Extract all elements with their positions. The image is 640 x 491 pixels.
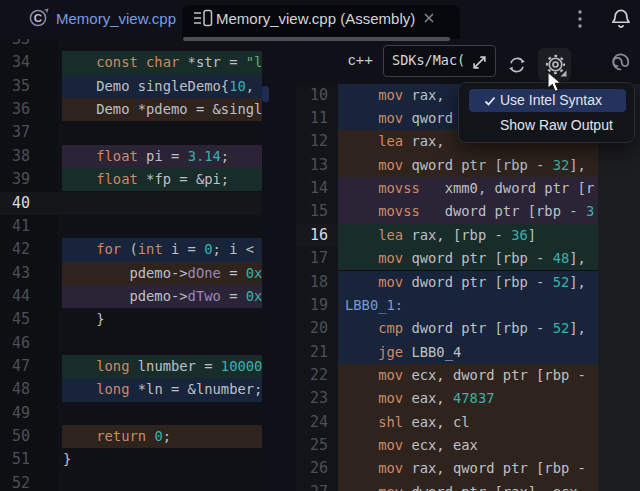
source-line[interactable]: 41 xyxy=(0,215,262,238)
breadcrumb-file[interactable]: Memory_view.cpp xyxy=(56,10,176,27)
source-line[interactable]: 39 float *fp = &pi; xyxy=(0,168,262,191)
assembly-line[interactable]: 21 jge LBB0_4 xyxy=(296,341,598,364)
line-number[interactable]: 49 xyxy=(12,402,30,425)
line-number[interactable]: 41 xyxy=(12,215,30,238)
assembly-line[interactable]: 24 shl eax, cl xyxy=(296,411,598,434)
line-number[interactable]: 40 xyxy=(12,192,30,215)
line-number[interactable]: 44 xyxy=(12,285,30,308)
line-number[interactable]: 45 xyxy=(12,308,30,331)
assembly-line[interactable]: 25 mov ecx, eax xyxy=(296,434,598,457)
line-number[interactable]: 23 xyxy=(310,387,328,410)
source-line[interactable]: 47 long lnumber = 100000 xyxy=(0,355,262,378)
line-number[interactable]: 20 xyxy=(310,317,328,340)
line-number[interactable]: 16 xyxy=(310,224,328,247)
line-number[interactable]: 18 xyxy=(310,271,328,294)
code-text: jge LBB0_4 xyxy=(345,341,461,364)
line-number[interactable]: 25 xyxy=(310,434,328,457)
line-number[interactable]: 36 xyxy=(12,98,30,121)
assembly-line[interactable]: 13 mov qword ptr [rbp - 32], xyxy=(296,154,598,177)
assembly-line[interactable]: 16 lea rax, [rbp - 36] xyxy=(296,224,598,247)
close-icon[interactable] xyxy=(423,12,435,24)
line-number[interactable]: 42 xyxy=(12,238,30,261)
sdk-selector[interactable]: SDKs/Mac( xyxy=(383,45,496,77)
source-line[interactable]: 50 return 0; xyxy=(0,425,262,448)
source-line[interactable]: 35 Demo singleDemo{10, xyxy=(0,75,262,98)
assembly-line[interactable]: 18 mov dword ptr [rbp - 52], xyxy=(296,271,598,294)
line-number[interactable]: 22 xyxy=(310,364,328,387)
line-number[interactable]: 43 xyxy=(12,262,30,285)
menu-item-show-raw-output[interactable]: Show Raw Output xyxy=(469,114,626,137)
app-window: 3334 const char *str = "l35 Demo singleD… xyxy=(0,0,640,491)
code-text: lea rax, xyxy=(345,130,453,153)
source-line[interactable]: 44 pdemo->dTwo = 0x xyxy=(0,285,262,308)
code-text: } xyxy=(63,448,71,471)
assembly-line[interactable]: 15 movss dword ptr [rbp - 3 xyxy=(296,200,598,223)
line-number[interactable]: 27 xyxy=(310,481,328,491)
bell-icon[interactable] xyxy=(608,6,634,32)
source-line[interactable]: 42 for (int i = 0; i < xyxy=(0,238,262,261)
kebab-menu-icon[interactable] xyxy=(575,9,585,29)
source-line[interactable]: 34 const char *str = "l xyxy=(0,51,262,74)
code-text: pdemo->dOne = 0x xyxy=(63,262,262,285)
source-line[interactable]: 49 xyxy=(0,402,262,425)
code-text: mov qword ptr [rbp - 48], xyxy=(345,247,586,270)
line-number[interactable]: 51 xyxy=(12,448,30,471)
line-number[interactable]: 50 xyxy=(12,425,30,448)
code-text: mov qword ptr [rbp - 32], xyxy=(345,154,586,177)
line-number[interactable]: 13 xyxy=(310,154,328,177)
source-scrollbar-mark[interactable] xyxy=(262,86,269,102)
line-number[interactable]: 19 xyxy=(310,294,328,317)
source-line[interactable]: 52 xyxy=(0,472,262,491)
source-line[interactable]: 40 xyxy=(0,192,262,215)
refresh-icon xyxy=(506,54,528,76)
line-number[interactable]: 39 xyxy=(12,168,30,191)
line-number[interactable]: 26 xyxy=(310,457,328,480)
assembly-scrollbar-track[interactable] xyxy=(598,84,640,491)
assembly-line[interactable]: 22 mov ecx, dword ptr [rbp - xyxy=(296,364,598,387)
code-text: mov ecx, eax xyxy=(345,434,478,457)
line-number[interactable]: 15 xyxy=(310,200,328,223)
line-number[interactable]: 10 xyxy=(310,84,328,107)
source-line[interactable]: 36 Demo *pdemo = &singl xyxy=(0,98,262,121)
source-line[interactable]: 45 } xyxy=(0,308,262,331)
line-number[interactable]: 11 xyxy=(310,107,328,130)
line-number[interactable]: 17 xyxy=(310,247,328,270)
line-number[interactable]: 52 xyxy=(12,472,30,491)
source-line[interactable]: 38 float pi = 3.14; xyxy=(0,145,262,168)
refresh-button[interactable] xyxy=(506,54,528,80)
assembly-line[interactable]: 26 mov rax, qword ptr [rbp - xyxy=(296,457,598,480)
code-text: LBB0_1: xyxy=(345,294,403,317)
line-number[interactable]: 37 xyxy=(12,121,30,144)
source-line[interactable]: 46 xyxy=(0,332,262,355)
line-number[interactable]: 48 xyxy=(12,378,30,401)
code-text: mov qword xyxy=(345,107,453,130)
line-number[interactable]: 46 xyxy=(12,332,30,355)
source-line[interactable]: 43 pdemo->dOne = 0x xyxy=(0,262,262,285)
code-text: mov ecx, dword ptr [rbp - xyxy=(345,364,586,387)
code-text: long *ln = &lnumber; xyxy=(63,378,262,401)
source-editor: 3334 const char *str = "l35 Demo singleD… xyxy=(0,39,262,491)
source-line[interactable]: 37 xyxy=(0,121,262,144)
code-text: mov dword ptr [rbp - 52], xyxy=(345,271,586,294)
code-text: pdemo->dTwo = 0x xyxy=(63,285,262,308)
line-number[interactable]: 14 xyxy=(310,177,328,200)
ai-assistant-button[interactable] xyxy=(608,49,634,79)
assembly-line[interactable]: 17 mov qword ptr [rbp - 48], xyxy=(296,247,598,270)
line-number[interactable]: 24 xyxy=(310,411,328,434)
line-number[interactable]: 21 xyxy=(310,341,328,364)
assembly-line[interactable]: 23 mov eax, 47837 xyxy=(296,387,598,410)
line-number[interactable]: 38 xyxy=(12,145,30,168)
assembly-line[interactable]: 20 cmp dword ptr [rbp - 52], xyxy=(296,317,598,340)
line-number[interactable]: 35 xyxy=(12,75,30,98)
assembly-line[interactable]: 19LBB0_1: xyxy=(296,294,598,317)
line-number[interactable]: 47 xyxy=(12,355,30,378)
expand-icon xyxy=(470,53,489,72)
source-line[interactable]: 48 long *ln = &lnumber; xyxy=(0,378,262,401)
tab-bar: C Memory_view.cpp Memory_view.cpp (Assem… xyxy=(0,0,640,39)
assembly-line[interactable]: 14 movss xmm0, dword ptr [r xyxy=(296,177,598,200)
line-number[interactable]: 34 xyxy=(12,51,30,74)
line-number[interactable]: 33 xyxy=(12,39,30,51)
assembly-line[interactable]: 27 mov dword ptr [rax], ecx xyxy=(296,481,598,491)
line-number[interactable]: 12 xyxy=(310,130,328,153)
source-line[interactable]: 51} xyxy=(0,448,262,471)
